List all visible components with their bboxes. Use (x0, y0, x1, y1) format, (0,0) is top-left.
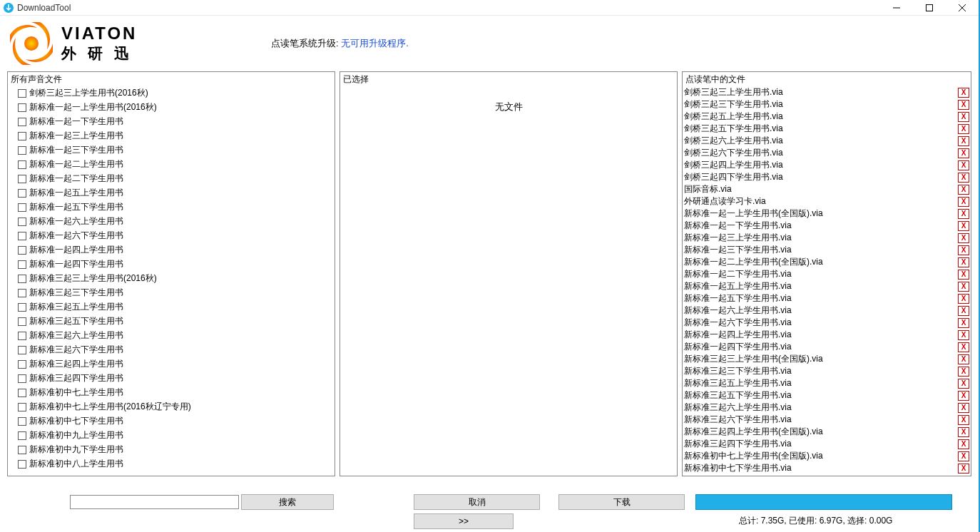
maximize-button[interactable] (913, 0, 946, 16)
checkbox[interactable] (18, 203, 26, 212)
pen-file-row[interactable]: 新标准一起三下学生用书.viaX (683, 244, 971, 256)
minimize-button[interactable] (880, 0, 913, 16)
list-item[interactable]: 新标准初中九下学生用书 (8, 443, 335, 457)
delete-button[interactable]: X (958, 197, 969, 207)
list-item[interactable]: 新标准三起五下学生用书 (8, 314, 335, 329)
pen-file-row[interactable]: 新标准一起五下学生用书.viaX (683, 292, 971, 305)
delete-button[interactable]: X (958, 112, 969, 122)
download-button[interactable]: 下载 (558, 494, 685, 510)
checkbox[interactable] (18, 175, 26, 183)
delete-button[interactable]: X (958, 124, 969, 134)
checkbox[interactable] (18, 303, 26, 312)
list-item[interactable]: 新标准初中九上学生用书 (8, 429, 335, 443)
delete-button[interactable]: X (958, 136, 969, 146)
delete-button[interactable]: X (958, 464, 969, 474)
pen-file-row[interactable]: 新标准三起四下学生用书.viaX (683, 438, 971, 450)
pen-file-row[interactable]: 剑桥三起三下学生用书.viaX (683, 98, 971, 111)
pen-file-row[interactable]: 新标准三起五下学生用书.viaX (683, 389, 971, 401)
list-item[interactable]: 新标准初中七上学生用书(2016秋辽宁专用) (8, 400, 335, 414)
delete-button[interactable]: X (958, 306, 969, 316)
list-item[interactable]: 剑桥三起三上学生用书(2016秋) (8, 86, 335, 101)
pen-file-row[interactable]: 新标准一起二下学生用书.viaX (683, 268, 971, 280)
search-button[interactable]: 搜索 (241, 494, 334, 510)
pen-file-row[interactable]: 新标准一起六下学生用书.viaX (683, 317, 971, 329)
delete-button[interactable]: X (958, 342, 969, 352)
all-files-list[interactable]: 剑桥三起三上学生用书(2016秋)新标准一起一上学生用书(2016秋)新标准一起… (8, 86, 335, 476)
checkbox[interactable] (18, 246, 26, 255)
list-item[interactable]: 新标准三起六上学生用书 (8, 329, 335, 343)
delete-button[interactable]: X (958, 221, 969, 231)
pen-file-row[interactable]: 剑桥三起六下学生用书.viaX (683, 147, 971, 159)
list-item[interactable]: 新标准一起二下学生用书 (8, 172, 335, 186)
checkbox[interactable] (18, 189, 26, 198)
checkbox[interactable] (18, 232, 26, 240)
delete-button[interactable]: X (958, 318, 969, 328)
checkbox[interactable] (18, 160, 26, 169)
pen-file-row[interactable]: 新标准三起六上学生用书.viaX (683, 401, 971, 414)
delete-button[interactable]: X (958, 439, 969, 449)
delete-button[interactable]: X (958, 160, 969, 170)
pen-files-list[interactable]: 剑桥三起三上学生用书.viaX剑桥三起三下学生用书.viaX剑桥三起五上学生用书… (683, 86, 971, 476)
delete-button[interactable]: X (958, 451, 969, 461)
checkbox[interactable] (18, 417, 26, 426)
delete-button[interactable]: X (958, 185, 969, 195)
checkbox[interactable] (18, 146, 26, 155)
delete-button[interactable]: X (958, 270, 969, 280)
pen-file-row[interactable]: 剑桥三起三上学生用书.viaX (683, 86, 971, 98)
checkbox[interactable] (18, 132, 26, 140)
delete-button[interactable]: X (958, 391, 969, 401)
list-item[interactable]: 新标准三起四上学生用书 (8, 357, 335, 372)
pen-file-row[interactable]: 新标准初中七上学生用书(全国版).viaX (683, 450, 971, 462)
pen-file-row[interactable]: 新标准一起四下学生用书.viaX (683, 341, 971, 353)
delete-button[interactable]: X (958, 330, 969, 340)
pen-file-row[interactable]: 新标准三起六下学生用书.viaX (683, 414, 971, 426)
pen-file-row[interactable]: 新标准一起一上学生用书(全国版).viaX (683, 208, 971, 220)
pen-file-row[interactable]: 剑桥三起五上学生用书.viaX (683, 111, 971, 123)
delete-button[interactable]: X (958, 233, 969, 243)
delete-button[interactable]: X (958, 294, 969, 304)
checkbox[interactable] (18, 275, 26, 283)
pen-file-row[interactable]: 新标准一起四上学生用书.viaX (683, 329, 971, 341)
delete-button[interactable]: X (958, 173, 969, 183)
delete-button[interactable]: X (958, 88, 969, 98)
checkbox[interactable] (18, 346, 26, 354)
close-button[interactable] (946, 0, 979, 16)
list-item[interactable]: 新标准初中七上学生用书 (8, 386, 335, 400)
checkbox[interactable] (18, 389, 26, 397)
delete-button[interactable]: X (958, 257, 969, 267)
delete-button[interactable]: X (958, 282, 969, 292)
pen-file-row[interactable]: 剑桥三起六上学生用书.viaX (683, 135, 971, 147)
pen-file-row[interactable]: 新标准三起三下学生用书.viaX (683, 365, 971, 377)
delete-button[interactable]: X (958, 354, 969, 364)
checkbox[interactable] (18, 89, 26, 98)
pen-file-row[interactable]: 外研通点读学习卡.viaX (683, 195, 971, 208)
pen-file-row[interactable]: 新标准三起四上学生用书(全国版).viaX (683, 426, 971, 438)
list-item[interactable]: 新标准三起五上学生用书 (8, 300, 335, 314)
list-item[interactable]: 新标准一起二上学生用书 (8, 158, 335, 172)
pen-file-row[interactable]: 剑桥三起四下学生用书.viaX (683, 171, 971, 183)
checkbox[interactable] (18, 103, 26, 112)
list-item[interactable]: 新标准一起一上学生用书(2016秋) (8, 101, 335, 115)
checkbox[interactable] (18, 374, 26, 383)
checkbox[interactable] (18, 317, 26, 326)
delete-button[interactable]: X (958, 427, 969, 437)
checkbox[interactable] (18, 360, 26, 369)
pen-file-row[interactable]: 新标准一起六上学生用书.viaX (683, 305, 971, 317)
list-item[interactable]: 新标准一起六下学生用书 (8, 229, 335, 243)
checkbox[interactable] (18, 332, 26, 340)
delete-button[interactable]: X (958, 379, 969, 389)
pen-file-row[interactable]: 新标准三起五上学生用书.viaX (683, 377, 971, 389)
delete-button[interactable]: X (958, 148, 969, 158)
pen-file-row[interactable]: 国际音标.viaX (683, 183, 971, 195)
pen-file-row[interactable]: 剑桥三起五下学生用书.viaX (683, 123, 971, 135)
checkbox[interactable] (18, 218, 26, 226)
delete-button[interactable]: X (958, 367, 969, 377)
pen-file-row[interactable]: 新标准三起三上学生用书(全国版).viaX (683, 353, 971, 365)
list-item[interactable]: 新标准三起四下学生用书 (8, 372, 335, 386)
list-item[interactable]: 新标准一起四上学生用书 (8, 243, 335, 257)
search-input[interactable] (70, 495, 239, 509)
checkbox[interactable] (18, 431, 26, 440)
pen-file-row[interactable]: 新标准初中七下学生用书.viaX (683, 462, 971, 474)
list-item[interactable]: 新标准三起三上学生用书(2016秋) (8, 272, 335, 286)
checkbox[interactable] (18, 446, 26, 454)
